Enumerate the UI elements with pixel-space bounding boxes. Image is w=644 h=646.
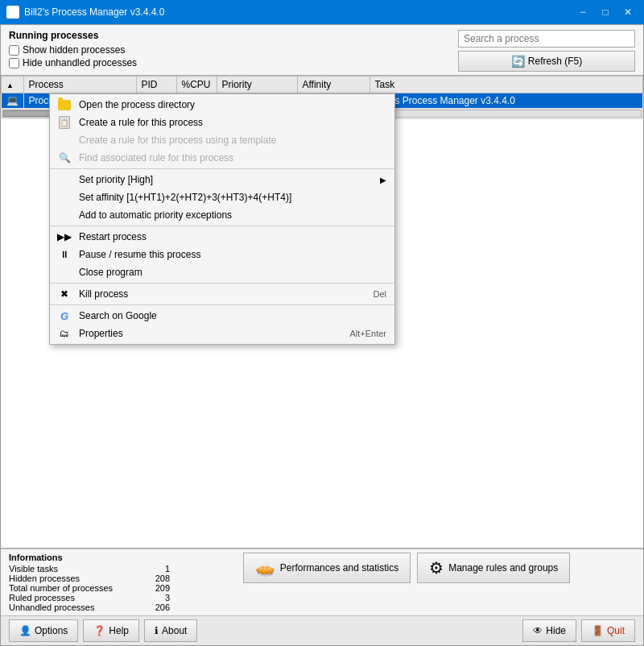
pie-icon: 🥧: [255, 558, 275, 578]
main-window: Running processes Show hidden processes …: [0, 24, 644, 646]
info-title: Informations: [9, 553, 170, 562]
affinity-icon: [56, 189, 72, 205]
properties-shortcut: Alt+Enter: [349, 329, 386, 338]
kill-shortcut: Del: [373, 289, 386, 299]
hide-icon: 👁: [533, 625, 543, 636]
show-hidden-checkbox[interactable]: Show hidden processes: [9, 44, 137, 56]
options-button[interactable]: 👤 Options: [9, 619, 78, 642]
info-value-ruled: 3: [165, 593, 170, 603]
ctx-sep-2: [50, 226, 394, 226]
col-process[interactable]: Process: [23, 77, 136, 93]
info-label-hidden: Hidden processes: [9, 574, 80, 583]
ctx-pause[interactable]: ⏸ Pause / resume this process: [50, 246, 394, 263]
col-icon[interactable]: [2, 77, 24, 93]
search-input[interactable]: [458, 30, 635, 48]
col-pid[interactable]: PID: [136, 77, 176, 93]
manage-rules-button[interactable]: ⚙ Manage rules and groups: [417, 553, 570, 583]
properties-icon: 🗂: [56, 325, 72, 342]
info-row-ruled: Ruled processes 3: [9, 593, 170, 603]
ctx-create-rule[interactable]: 📋 Create a rule for this process: [50, 114, 394, 131]
quit-button[interactable]: 🚪 Quit: [581, 619, 635, 642]
top-section: Running processes Show hidden processes …: [1, 25, 643, 75]
ctx-properties[interactable]: 🗂 Properties Alt+Enter: [50, 325, 394, 342]
table-header-row: Process PID %CPU Priority Affinity Task: [2, 77, 643, 93]
about-button[interactable]: ℹ About: [144, 619, 197, 642]
folder-icon: [56, 97, 72, 113]
ctx-sep-1: [50, 168, 394, 169]
rule-template-icon: [56, 132, 72, 148]
gear-icon: ⚙: [429, 558, 444, 578]
close-button[interactable]: ✕: [618, 4, 638, 20]
context-menu: Open the process directory 📋 Create a ru…: [49, 93, 395, 345]
ctx-restart[interactable]: ▶▶ Restart process: [50, 228, 394, 246]
info-value-hidden: 208: [155, 574, 170, 583]
help-icon: ❓: [93, 625, 105, 636]
col-cpu[interactable]: %CPU: [176, 77, 217, 93]
row-task: Bill2's Process Manager v3.4.4.0: [369, 93, 643, 109]
exceptions-icon: [56, 207, 72, 223]
ctx-find-rule: 🔍 Find associated rule for this process: [50, 149, 394, 167]
hide-unhandled-checkbox[interactable]: Hide unhandled processes: [9, 57, 137, 68]
scrollbar-thumb[interactable]: [3, 110, 52, 117]
ctx-add-exceptions[interactable]: Add to automatic priority exceptions: [50, 206, 394, 224]
submenu-arrow-icon: ▶: [380, 176, 386, 184]
hide-button[interactable]: 👁 Hide: [522, 619, 576, 642]
ctx-set-affinity[interactable]: Set affinity [1(+HT1)+2(+HT2)+3(+HT3)+4(…: [50, 188, 394, 206]
quit-icon: 🚪: [592, 625, 604, 636]
ctx-set-priority[interactable]: Set priority [High] ▶: [50, 171, 394, 188]
info-label-ruled: Ruled processes: [9, 593, 75, 603]
maximize-button[interactable]: □: [596, 4, 615, 20]
google-icon: G: [56, 308, 72, 324]
process-table-container: Process PID %CPU Priority Affinity Task …: [1, 75, 643, 549]
window-title: Bill2's Process Manager v3.4.4.0: [24, 6, 164, 18]
find-rule-icon: 🔍: [56, 150, 72, 166]
col-priority[interactable]: Priority: [217, 77, 297, 93]
info-row-unhandled: Unhandled processes 206: [9, 603, 170, 612]
ctx-kill[interactable]: ✖ Kill process Del: [50, 285, 394, 303]
info-section: Informations Visible tasks 1 Hidden proc…: [1, 549, 643, 615]
options-icon: 👤: [19, 625, 31, 636]
title-bar: ⚙ Bill2's Process Manager v3.4.4.0 − □ ✕: [0, 0, 644, 24]
ctx-sep-3: [50, 283, 394, 284]
info-row-total: Total number of processes 209: [9, 583, 170, 593]
ctx-create-rule-template: Create a rule for this process using a t…: [50, 131, 394, 149]
ctx-google[interactable]: G Search on Google: [50, 307, 394, 325]
about-icon: ℹ: [155, 625, 159, 636]
info-value-visible: 1: [165, 564, 170, 574]
info-label-visible: Visible tasks: [9, 564, 58, 574]
info-value-unhandled: 206: [155, 603, 170, 612]
restart-icon: ▶▶: [56, 229, 72, 245]
ctx-sep-4: [50, 304, 394, 305]
rule-icon: 📋: [56, 114, 72, 130]
info-row-visible: Visible tasks 1: [9, 564, 170, 574]
priority-icon: [56, 172, 72, 188]
col-affinity[interactable]: Affinity: [297, 77, 369, 93]
pause-icon: ⏸: [56, 246, 72, 263]
perf-stats-button[interactable]: 🥧 Performances and statistics: [243, 553, 411, 583]
footer: 👤 Options ❓ Help ℹ About 👁 Hide 🚪 Quit: [1, 615, 643, 645]
app-icon: ⚙: [6, 6, 19, 19]
kill-icon: ✖: [56, 286, 72, 302]
refresh-icon: 🔄: [511, 55, 525, 68]
close-prog-icon: [56, 264, 72, 280]
running-label: Running processes: [9, 30, 137, 41]
info-label-unhandled: Unhandled processes: [9, 603, 94, 612]
refresh-button[interactable]: 🔄 Refresh (F5): [458, 51, 635, 72]
row-icon: 💻: [2, 93, 24, 109]
minimize-button[interactable]: −: [573, 4, 592, 20]
ctx-close[interactable]: Close program: [50, 263, 394, 281]
col-task[interactable]: Task: [369, 77, 643, 93]
info-label-total: Total number of processes: [9, 583, 113, 593]
info-row-hidden: Hidden processes 208: [9, 574, 170, 583]
ctx-open-dir[interactable]: Open the process directory: [50, 96, 394, 114]
help-button[interactable]: ❓ Help: [83, 619, 139, 642]
info-value-total: 209: [155, 583, 170, 593]
